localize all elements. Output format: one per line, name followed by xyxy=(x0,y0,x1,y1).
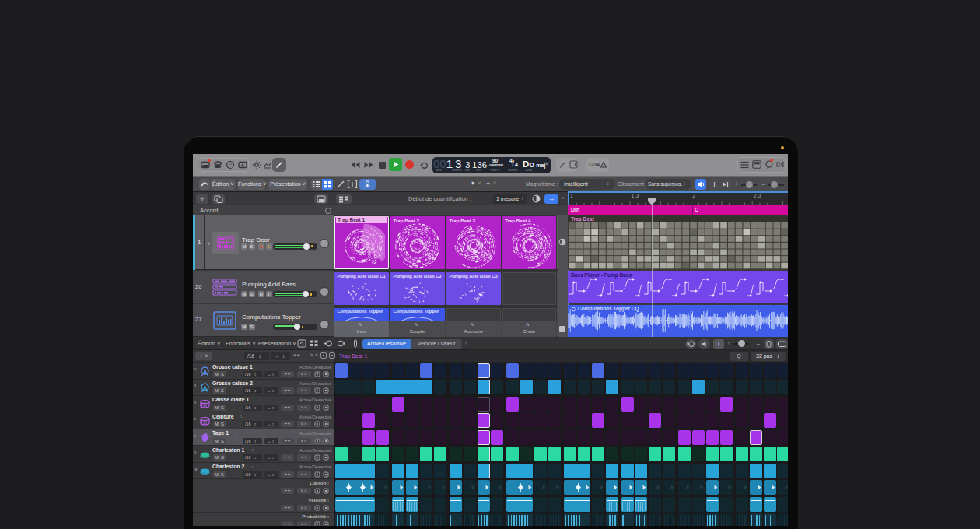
svg-text:?: ? xyxy=(229,162,232,167)
